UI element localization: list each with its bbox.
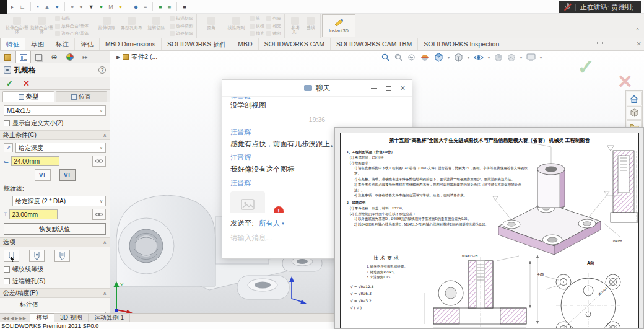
image-attachment-placeholder[interactable] [230,191,265,213]
more-icon[interactable]: ■ [183,4,186,10]
motion-study-tab[interactable]: 运动算例 1 [89,314,130,322]
ok-button[interactable]: ✓ [6,79,13,88]
draft-button[interactable]: 拔模 [250,22,264,29]
hole-callout-option-1[interactable] [4,250,19,262]
thread-depth-type-dropdown[interactable]: 给定深度 (2 * DIA)∨ [12,196,106,206]
extruded-boss-button[interactable]: 拉伸凸台/基体 [6,17,28,35]
mirror-button[interactable]: 镜向 [266,30,281,37]
chevron-down-icon[interactable]: ▾ [540,55,542,59]
apply-scene-icon[interactable] [507,53,516,62]
type-tab[interactable]: 类型 [2,91,54,102]
shell-button[interactable]: 抽壳 [250,30,264,37]
end-condition-header[interactable]: 终止条件(C)∧ [0,130,110,140]
reference-geometry-button[interactable]: 参考几.. [288,17,303,35]
expand-arrow-icon[interactable]: ▶ [116,55,120,60]
grid-icon[interactable]: ■ [168,4,171,10]
revolved-boss-button[interactable]: 旋转凸台/基体 [30,17,53,35]
options-header[interactable]: 选项∧ [0,237,110,247]
model-tab[interactable]: 模型 [30,313,54,322]
thread-class-checkbox[interactable]: 螺纹线等级 [4,265,106,274]
tab-mbd[interactable]: MBD [232,38,258,50]
collapse-ribbon-chevron[interactable]: ^ [636,27,639,34]
display-style-icon[interactable] [454,53,463,62]
position-tab[interactable]: 位置 [56,91,108,102]
minimize-icon[interactable] [617,46,622,46]
view-orientation-icon[interactable] [434,53,443,62]
link-depth-button[interactable] [92,156,106,167]
laser-green-icon[interactable]: ● [100,4,103,10]
dimxpertmanager-tab[interactable]: ⊕ [46,51,62,63]
link-thread-depth-button[interactable] [92,209,106,220]
propertymanager-tab[interactable] [15,51,31,63]
boundary-boss-button[interactable]: 边界凸台/基体 [55,30,89,37]
featuremanager-tab[interactable] [0,51,15,63]
chevron-down-icon[interactable]: ▾ [468,55,469,59]
curves-button[interactable]: 曲线 [305,17,317,35]
marker-tool-icon[interactable]: ▼ [89,4,94,10]
send-to-dropdown[interactable]: 所有人▾ [259,219,284,228]
panel-tab-overflow[interactable]: ▸▸ [77,51,93,63]
ellipse-tool-icon[interactable]: ● [55,4,58,10]
tab-cam[interactable]: SOLIDWORKS CAM [259,38,331,50]
near-side-countersink-checkbox[interactable]: 近端锥孔(S) [4,277,106,286]
highlight-icon[interactable]: ● [119,4,122,10]
confirm-ok-icon[interactable]: ✓ [577,55,595,79]
tab-markup[interactable]: 标注 [50,38,75,50]
fillet-button[interactable]: 圆角 [200,17,223,35]
hole-callout-option-3[interactable] [54,250,70,262]
send-error-badge[interactable]: ! [274,206,284,213]
rib-button[interactable]: 筋 [250,15,264,22]
feature-tree-flyout[interactable]: ▶ 零件2 (... [116,53,157,61]
tab-inspection[interactable]: SOLIDWORKS Inspection [418,38,505,50]
hole-callout-option-2[interactable] [29,250,45,262]
show-custom-size-checkbox[interactable]: 显示自定义大小(2) [4,119,106,128]
save-icon[interactable]: ■ [159,4,162,10]
chat-titlebar[interactable]: 聊天 ✕ [222,80,412,97]
triangle-tool-icon[interactable]: ▲ [45,4,50,10]
configurationmanager-tab[interactable] [31,51,46,63]
previous-view-icon[interactable] [407,53,416,62]
text-tool-icon[interactable]: M [108,4,113,10]
thread-end-condition-button-2[interactable]: VI [59,169,76,181]
chat-close-icon[interactable]: ✕ [400,85,406,92]
design-library-tab[interactable] [627,106,642,120]
instant3d-button[interactable]: Instant3D [322,14,355,37]
exam-drawing-window[interactable]: 第十五届“高教杯”全国大学生先进成图技术与产品信息建模大赛（省赛） 机械类 工程… [334,127,644,329]
swept-cut-button[interactable]: 扫描切除 [170,15,193,22]
zoom-fit-icon[interactable] [381,53,390,62]
tolerance-precision-header[interactable]: 公差/精度(P)∧ [0,288,110,298]
edit-appearance-icon[interactable] [494,53,503,62]
lofted-boss-button[interactable]: 放样凸台/基体 [55,22,89,29]
tab-mbd-dimensions[interactable]: MBD Dimensions [100,38,162,50]
confirm-cancel-icon[interactable]: ✕ [617,71,633,92]
extruded-cut-button[interactable]: 拉伸切除 [95,17,118,35]
displaymanager-tab[interactable] [62,51,77,63]
zoom-area-icon[interactable] [394,53,403,62]
list-icon[interactable]: ≡ [144,4,147,10]
3d-views-tab[interactable]: 3D 视图 [54,314,89,322]
revolved-cut-button[interactable]: 旋转切除 [145,17,168,35]
help-icon[interactable]: ? [98,66,106,74]
chat-minimize-icon[interactable] [371,88,377,89]
chevron-down-icon[interactable]: ▾ [520,55,522,59]
swept-boss-button[interactable]: 扫描 [55,15,89,22]
boundary-cut-button[interactable]: 边界切除 [170,30,193,37]
cancel-button[interactable]: ✕ [23,79,30,88]
muted-mic-icon[interactable] [565,3,571,11]
close-icon[interactable]: ✕ [637,41,642,47]
note-icon[interactable]: ◆ [134,4,138,10]
hole-size-dropdown[interactable]: M14x1.5∨ [4,105,106,116]
thread-end-condition-button-1[interactable]: VI [35,169,51,181]
chevron-down-icon[interactable]: ▾ [488,55,490,59]
linear-pattern-button[interactable]: 线性阵列 [225,17,248,35]
thread-depth-input[interactable] [9,209,58,219]
tab-cam-tbm[interactable]: SOLIDWORKS CAM TBM [331,38,418,50]
restore-defaults-button[interactable]: 恢复默认值 [4,223,106,235]
resources-tab[interactable] [627,92,642,105]
tab-sketch[interactable]: 草图 [25,38,50,50]
restore-icon[interactable] [627,42,632,46]
pane-icon[interactable] [607,42,612,46]
blind-depth-input[interactable] [11,156,59,166]
end-condition-dropdown[interactable]: 给定深度∨ [15,143,106,153]
hide-show-icon[interactable] [474,54,484,61]
